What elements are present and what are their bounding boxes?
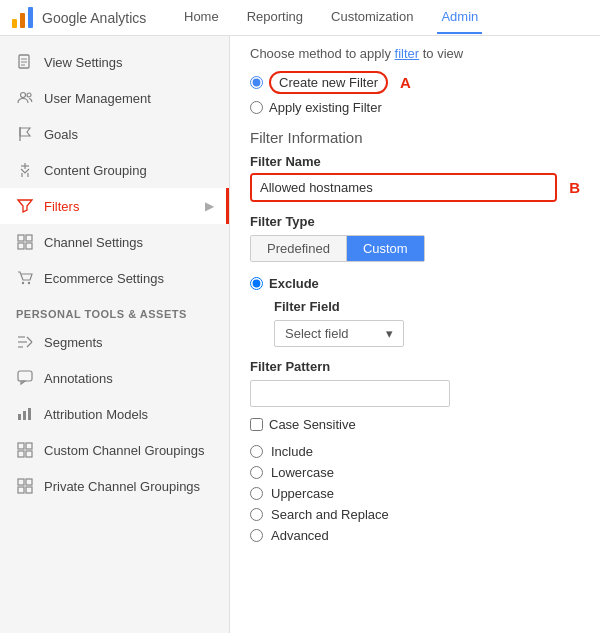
filter-type-tabs: Predefined Custom: [250, 235, 425, 262]
case-sensitive-label[interactable]: Case Sensitive: [269, 417, 356, 432]
filter-action-list: Include Lowercase Uppercase Search and R…: [250, 444, 580, 543]
sidebar-label-user-management: User Management: [44, 91, 151, 106]
exclude-label[interactable]: Exclude: [269, 276, 319, 291]
filter-link[interactable]: filter: [395, 46, 420, 61]
sidebar-item-goals[interactable]: Goals: [0, 116, 229, 152]
sidebar-label-segments: Segments: [44, 335, 103, 350]
sidebar-label-channel-settings: Channel Settings: [44, 235, 143, 250]
create-new-filter-radio[interactable]: [250, 76, 263, 89]
exclude-radio[interactable]: [250, 277, 263, 290]
sidebar-item-view-settings[interactable]: View Settings: [0, 44, 229, 80]
custom-channel-icon: [16, 441, 34, 459]
advanced-option[interactable]: Advanced: [250, 528, 580, 543]
logo-area: Google Analytics: [10, 5, 150, 31]
search-replace-option[interactable]: Search and Replace: [250, 507, 580, 522]
svg-rect-26: [18, 414, 21, 420]
case-sensitive-row[interactable]: Case Sensitive: [250, 417, 580, 432]
include-option[interactable]: Include: [250, 444, 580, 459]
lowercase-radio[interactable]: [250, 466, 263, 479]
main-layout: View Settings User Management Goals Cont…: [0, 36, 600, 633]
filter-pattern-label: Filter Pattern: [250, 359, 580, 374]
nav-customization[interactable]: Customization: [327, 1, 417, 34]
svg-rect-25: [18, 371, 32, 381]
svg-rect-35: [18, 487, 24, 493]
sidebar-item-segments[interactable]: Segments: [0, 324, 229, 360]
uppercase-label[interactable]: Uppercase: [271, 486, 334, 501]
users-icon: [16, 89, 34, 107]
uppercase-option[interactable]: Uppercase: [250, 486, 580, 501]
sidebar-item-private-channel-groupings[interactable]: Private Channel Groupings: [0, 468, 229, 504]
search-replace-radio[interactable]: [250, 508, 263, 521]
cart-icon: [16, 269, 34, 287]
filter-pattern-input[interactable]: [250, 380, 450, 407]
sidebar-item-annotations[interactable]: Annotations: [0, 360, 229, 396]
include-label[interactable]: Include: [271, 444, 313, 459]
svg-point-18: [22, 282, 24, 284]
svg-rect-15: [26, 235, 32, 241]
lowercase-label[interactable]: Lowercase: [271, 465, 334, 480]
sidebar-label-attribution-models: Attribution Models: [44, 407, 148, 422]
sidebar-item-attribution-models[interactable]: Attribution Models: [0, 396, 229, 432]
sidebar-item-user-management[interactable]: User Management: [0, 80, 229, 116]
nav-home[interactable]: Home: [180, 1, 223, 34]
sidebar: View Settings User Management Goals Cont…: [0, 36, 230, 633]
search-replace-label[interactable]: Search and Replace: [271, 507, 389, 522]
nav-reporting[interactable]: Reporting: [243, 1, 307, 34]
svg-point-19: [28, 282, 30, 284]
filter-field-label: Filter Field: [274, 299, 580, 314]
filter-name-input[interactable]: [252, 175, 555, 200]
sidebar-item-content-grouping[interactable]: Content Grouping: [0, 152, 229, 188]
filter-type-label: Filter Type: [250, 214, 580, 229]
filter-icon: [16, 197, 34, 215]
apply-existing-filter-option[interactable]: Apply existing Filter: [250, 100, 580, 115]
grid-icon: [16, 233, 34, 251]
top-nav: Google Analytics Home Reporting Customiz…: [0, 0, 600, 36]
sidebar-item-filters[interactable]: Filters ▶: [0, 188, 229, 224]
svg-rect-29: [18, 443, 24, 449]
badge-a: A: [400, 74, 411, 91]
filter-name-circle: [250, 173, 557, 202]
logo-text: Google Analytics: [42, 10, 146, 26]
apply-existing-filter-radio[interactable]: [250, 101, 263, 114]
svg-rect-27: [23, 411, 26, 420]
create-new-filter-label[interactable]: Create new Filter: [279, 75, 378, 90]
exclude-option[interactable]: Exclude: [250, 276, 580, 291]
choose-method-text: Choose method to apply filter to view: [250, 46, 580, 61]
sidebar-label-custom-channel-groupings: Custom Channel Groupings: [44, 443, 204, 458]
sidebar-label-view-settings: View Settings: [44, 55, 123, 70]
content-area: Choose method to apply filter to view Cr…: [230, 36, 600, 633]
advanced-radio[interactable]: [250, 529, 263, 542]
svg-rect-28: [28, 408, 31, 420]
create-new-filter-option[interactable]: Create new Filter A: [250, 71, 580, 94]
svg-rect-31: [18, 451, 24, 457]
case-sensitive-checkbox[interactable]: [250, 418, 263, 431]
sidebar-item-channel-settings[interactable]: Channel Settings: [0, 224, 229, 260]
logo-icon: [10, 5, 36, 31]
select-dropdown-icon: ▾: [386, 326, 393, 341]
flag-icon: [16, 125, 34, 143]
advanced-label[interactable]: Advanced: [271, 528, 329, 543]
lowercase-option[interactable]: Lowercase: [250, 465, 580, 480]
filter-name-row: B: [250, 173, 580, 202]
sidebar-item-custom-channel-groupings[interactable]: Custom Channel Groupings: [0, 432, 229, 468]
bar-icon: [16, 405, 34, 423]
apply-existing-filter-label[interactable]: Apply existing Filter: [269, 100, 382, 115]
nav-admin[interactable]: Admin: [437, 1, 482, 34]
svg-rect-30: [26, 443, 32, 449]
filter-information-title: Filter Information: [250, 129, 580, 146]
uppercase-radio[interactable]: [250, 487, 263, 500]
sidebar-item-ecommerce-settings[interactable]: Ecommerce Settings: [0, 260, 229, 296]
filters-arrow: ▶: [205, 199, 214, 213]
tab-predefined[interactable]: Predefined: [251, 236, 347, 261]
sidebar-label-content-grouping: Content Grouping: [44, 163, 147, 178]
badge-b: B: [569, 179, 580, 196]
filter-field-select[interactable]: Select field ▾: [274, 320, 404, 347]
nav-links: Home Reporting Customization Admin: [180, 1, 590, 34]
svg-rect-36: [26, 487, 32, 493]
tab-custom[interactable]: Custom: [347, 236, 424, 261]
svg-rect-34: [26, 479, 32, 485]
svg-rect-16: [18, 243, 24, 249]
svg-rect-33: [18, 479, 24, 485]
include-radio[interactable]: [250, 445, 263, 458]
sidebar-label-goals: Goals: [44, 127, 78, 142]
